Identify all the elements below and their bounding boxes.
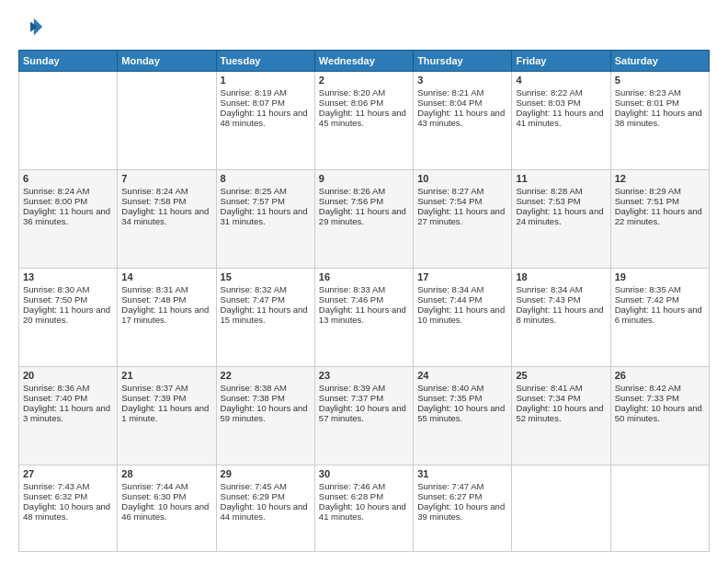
calendar-cell: 12Sunrise: 8:29 AMSunset: 7:51 PMDayligh…: [610, 170, 709, 269]
calendar-cell: 23Sunrise: 8:39 AMSunset: 7:37 PMDayligh…: [314, 367, 413, 465]
day-info: Sunrise: 8:42 AM: [615, 383, 705, 393]
day-number: 30: [319, 468, 409, 479]
calendar-cell: [512, 465, 610, 552]
logo: [18, 15, 48, 40]
day-info: Sunset: 7:58 PM: [121, 196, 211, 206]
day-info: Daylight: 10 hours and 44 minutes.: [221, 501, 311, 522]
day-number: 16: [319, 271, 409, 282]
day-info: Daylight: 10 hours and 41 minutes.: [319, 501, 409, 522]
day-info: Daylight: 11 hours and 34 minutes.: [121, 206, 211, 226]
calendar-cell: 26Sunrise: 8:42 AMSunset: 7:33 PMDayligh…: [610, 367, 709, 465]
day-info: Daylight: 10 hours and 39 minutes.: [417, 501, 507, 522]
calendar-cell: 4Sunrise: 8:22 AMSunset: 8:03 PMDaylight…: [512, 72, 610, 170]
day-info: Sunrise: 7:43 AM: [23, 481, 113, 491]
calendar-cell: 1Sunrise: 8:19 AMSunset: 8:07 PMDaylight…: [216, 72, 314, 170]
calendar-cell: 13Sunrise: 8:30 AMSunset: 7:50 PMDayligh…: [19, 269, 118, 367]
day-info: Sunrise: 8:30 AM: [23, 284, 113, 294]
day-info: Daylight: 11 hours and 10 minutes.: [417, 304, 507, 325]
header-day-sunday: Sunday: [19, 51, 118, 72]
day-info: Daylight: 11 hours and 27 minutes.: [417, 206, 507, 226]
day-info: Sunset: 7:46 PM: [319, 294, 409, 304]
calendar-cell: [610, 465, 709, 552]
day-info: Sunrise: 8:34 AM: [516, 284, 606, 294]
calendar-cell: 16Sunrise: 8:33 AMSunset: 7:46 PMDayligh…: [314, 269, 413, 367]
day-number: 19: [615, 271, 705, 282]
day-info: Sunrise: 7:44 AM: [121, 481, 211, 491]
header-day-monday: Monday: [118, 51, 216, 72]
day-info: Sunset: 7:35 PM: [417, 393, 507, 403]
day-info: Daylight: 10 hours and 55 minutes.: [417, 403, 507, 423]
calendar-cell: 21Sunrise: 8:37 AMSunset: 7:39 PMDayligh…: [118, 367, 216, 465]
day-info: Sunset: 7:53 PM: [516, 196, 606, 206]
day-number: 2: [319, 75, 409, 86]
day-info: Sunset: 6:30 PM: [121, 491, 211, 501]
day-info: Sunset: 7:54 PM: [417, 196, 507, 206]
day-info: Sunset: 8:07 PM: [221, 98, 311, 108]
day-info: Sunrise: 8:20 AM: [319, 87, 409, 98]
calendar-cell: 2Sunrise: 8:20 AMSunset: 8:06 PMDaylight…: [314, 72, 413, 170]
day-info: Daylight: 11 hours and 15 minutes.: [221, 304, 311, 325]
day-number: 26: [615, 370, 705, 381]
day-info: Sunset: 7:50 PM: [23, 294, 113, 304]
day-info: Sunrise: 8:27 AM: [417, 186, 507, 196]
day-info: Daylight: 11 hours and 31 minutes.: [221, 206, 311, 226]
day-number: 22: [221, 370, 311, 381]
day-info: Sunrise: 8:24 AM: [23, 186, 113, 196]
day-number: 18: [516, 271, 606, 282]
logo-icon: [18, 15, 44, 40]
day-info: Daylight: 11 hours and 41 minutes.: [516, 108, 606, 128]
day-info: Sunset: 7:34 PM: [516, 393, 606, 403]
calendar: SundayMondayTuesdayWednesdayThursdayFrid…: [18, 50, 710, 552]
calendar-cell: 30Sunrise: 7:46 AMSunset: 6:28 PMDayligh…: [314, 465, 413, 552]
day-info: Daylight: 11 hours and 13 minutes.: [319, 304, 409, 325]
day-number: 12: [615, 173, 705, 184]
calendar-cell: 18Sunrise: 8:34 AMSunset: 7:43 PMDayligh…: [512, 269, 610, 367]
calendar-cell: 9Sunrise: 8:26 AMSunset: 7:56 PMDaylight…: [314, 170, 413, 269]
day-info: Daylight: 11 hours and 29 minutes.: [319, 206, 409, 226]
day-info: Daylight: 11 hours and 17 minutes.: [121, 304, 211, 325]
day-info: Sunrise: 8:35 AM: [615, 284, 705, 294]
calendar-cell: [19, 72, 118, 170]
calendar-cell: 25Sunrise: 8:41 AMSunset: 7:34 PMDayligh…: [512, 367, 610, 465]
day-number: 11: [516, 173, 606, 184]
day-info: Daylight: 11 hours and 3 minutes.: [23, 403, 113, 423]
calendar-cell: 28Sunrise: 7:44 AMSunset: 6:30 PMDayligh…: [118, 465, 216, 552]
day-info: Daylight: 10 hours and 59 minutes.: [221, 403, 311, 423]
day-info: Sunset: 7:44 PM: [417, 294, 507, 304]
day-info: Sunrise: 8:37 AM: [121, 383, 211, 393]
calendar-cell: 5Sunrise: 8:23 AMSunset: 8:01 PMDaylight…: [610, 72, 709, 170]
day-number: 23: [319, 370, 409, 381]
week-row-3: 13Sunrise: 8:30 AMSunset: 7:50 PMDayligh…: [19, 269, 710, 367]
day-info: Sunset: 8:00 PM: [23, 196, 113, 206]
day-info: Sunset: 7:48 PM: [121, 294, 211, 304]
day-number: 15: [221, 271, 311, 282]
calendar-cell: 7Sunrise: 8:24 AMSunset: 7:58 PMDaylight…: [118, 170, 216, 269]
day-info: Sunset: 7:33 PM: [615, 393, 705, 403]
day-info: Sunrise: 8:23 AM: [615, 87, 705, 98]
day-info: Sunset: 7:51 PM: [615, 196, 705, 206]
week-row-2: 6Sunrise: 8:24 AMSunset: 8:00 PMDaylight…: [19, 170, 710, 269]
day-number: 13: [23, 271, 113, 282]
calendar-cell: 29Sunrise: 7:45 AMSunset: 6:29 PMDayligh…: [216, 465, 314, 552]
day-number: 31: [417, 468, 507, 479]
calendar-cell: 22Sunrise: 8:38 AMSunset: 7:38 PMDayligh…: [216, 367, 314, 465]
calendar-cell: 14Sunrise: 8:31 AMSunset: 7:48 PMDayligh…: [118, 269, 216, 367]
day-info: Sunrise: 8:25 AM: [221, 186, 311, 196]
day-info: Sunset: 7:56 PM: [319, 196, 409, 206]
day-info: Sunrise: 8:29 AM: [615, 186, 705, 196]
header-day-tuesday: Tuesday: [216, 51, 314, 72]
day-number: 1: [221, 75, 311, 86]
calendar-cell: 8Sunrise: 8:25 AMSunset: 7:57 PMDaylight…: [216, 170, 314, 269]
day-info: Sunset: 7:42 PM: [615, 294, 705, 304]
day-info: Daylight: 11 hours and 48 minutes.: [221, 108, 311, 128]
day-info: Daylight: 11 hours and 22 minutes.: [615, 206, 705, 226]
day-number: 25: [516, 370, 606, 381]
day-info: Sunset: 8:01 PM: [615, 98, 705, 108]
day-number: 29: [221, 468, 311, 479]
calendar-cell: 31Sunrise: 7:47 AMSunset: 6:27 PMDayligh…: [414, 465, 512, 552]
day-info: Daylight: 11 hours and 24 minutes.: [516, 206, 606, 226]
day-number: 28: [121, 468, 211, 479]
day-info: Sunset: 6:27 PM: [417, 491, 507, 501]
calendar-cell: 3Sunrise: 8:21 AMSunset: 8:04 PMDaylight…: [414, 72, 512, 170]
day-number: 17: [417, 271, 507, 282]
